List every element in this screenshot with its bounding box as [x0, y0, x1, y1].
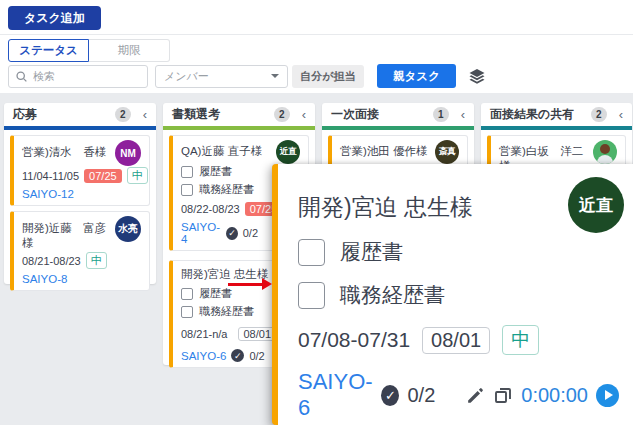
- kanban-app-window: タスク追加 ステータス 期限 メンバー 自分が担当 親タスク: [0, 0, 633, 425]
- task-id-link[interactable]: SAIYO-6: [181, 350, 226, 362]
- parent-task-button[interactable]: 親タスク: [377, 64, 456, 88]
- task-date-range: 11/04-11/05: [22, 170, 79, 182]
- column-header: 書類選考 2 ‹: [163, 103, 315, 130]
- subtask-check-icon: ✓: [381, 385, 399, 406]
- subtask-count: 0/2: [407, 384, 435, 407]
- assignee-avatar[interactable]: NM: [115, 140, 141, 166]
- search-icon: [15, 70, 28, 83]
- task-date-range: 07/08-07/31: [298, 328, 410, 352]
- time-tracker-value: 0:00:00: [521, 384, 588, 407]
- task-id-link[interactable]: SAIYO-8: [22, 273, 67, 285]
- column-collapse-icon[interactable]: ‹: [619, 108, 623, 121]
- annotation-arrow: [228, 278, 272, 290]
- due-date-box[interactable]: 08/01: [422, 327, 490, 354]
- layers-icon[interactable]: [467, 66, 487, 86]
- magnified-task-card[interactable]: 近直 開発)宮迫 忠生様 履歴書 職務経歴書 07/08-07/31 08/01…: [272, 164, 633, 425]
- task-title: 営業)清水 香様: [22, 140, 106, 160]
- play-timer-button[interactable]: [596, 384, 619, 407]
- due-date-box[interactable]: 08/01: [238, 327, 276, 341]
- checklist-checkbox[interactable]: [181, 288, 193, 300]
- column-count-badge: 1: [433, 107, 449, 122]
- tab-due-date[interactable]: 期限: [89, 39, 170, 62]
- subtask-check-icon: ✓: [226, 227, 238, 240]
- column-header: 応募 2 ‹: [4, 103, 156, 130]
- task-date-range: 08/22-08/23: [181, 203, 240, 215]
- column-collapse-icon[interactable]: ‹: [461, 108, 465, 121]
- checklist-checkbox[interactable]: [181, 306, 193, 318]
- column-title: 応募: [13, 106, 37, 123]
- assignee-avatar[interactable]: 水亮: [115, 216, 141, 242]
- column-count-badge: 2: [591, 107, 607, 122]
- arrow-shaft: [228, 283, 263, 287]
- search-box[interactable]: [8, 65, 148, 88]
- filter-row: メンバー 自分が担当 親タスク: [8, 64, 633, 88]
- column-count-badge: 2: [274, 107, 290, 122]
- member-filter-select[interactable]: メンバー: [155, 65, 288, 88]
- column-title: 面接結果の共有: [490, 106, 574, 123]
- column-collapse-icon[interactable]: ‹: [302, 108, 306, 121]
- priority-badge: 中: [502, 325, 539, 355]
- checklist-checkbox[interactable]: [298, 239, 325, 266]
- checklist-checkbox[interactable]: [181, 166, 193, 178]
- due-date-badge: 07/25: [84, 169, 122, 183]
- checklist-label: 履歴書: [340, 238, 403, 266]
- task-date-range: 08/21-08/23: [22, 255, 81, 267]
- duplicate-icon[interactable]: [493, 385, 513, 405]
- subtask-count: 0/2: [249, 350, 264, 362]
- column-header: 面接結果の共有 2 ‹: [481, 103, 632, 130]
- column-count-badge: 2: [115, 107, 131, 122]
- member-filter-placeholder: メンバー: [164, 69, 209, 84]
- view-tabs: ステータス 期限: [8, 39, 170, 62]
- assignee-avatar[interactable]: 斎真: [435, 140, 459, 164]
- checklist-label: 職務経歴書: [340, 281, 445, 309]
- checklist-checkbox[interactable]: [298, 282, 325, 309]
- task-id-link[interactable]: SAIYO-6: [298, 369, 373, 421]
- arrow-head: [262, 278, 272, 290]
- task-title: QA)近藤 直子様: [181, 140, 262, 159]
- column-title: 書類選考: [172, 106, 220, 123]
- task-id-link[interactable]: SAIYO-4: [181, 221, 221, 245]
- subtask-check-icon: ✓: [231, 349, 244, 362]
- toolbar-divider: [0, 34, 633, 35]
- column-collapse-icon[interactable]: ‹: [143, 108, 147, 121]
- checklist-label: 職務経歴書: [199, 304, 254, 319]
- task-id-link[interactable]: SAIYO-12: [22, 188, 74, 200]
- assignee-avatar[interactable]: 近直: [568, 177, 624, 233]
- add-task-button[interactable]: タスク追加: [8, 6, 101, 30]
- avatar-body: [597, 155, 613, 164]
- checklist-checkbox[interactable]: [181, 184, 193, 196]
- priority-badge: 中: [86, 252, 107, 269]
- search-input[interactable]: [33, 70, 133, 82]
- column-oubo: 応募 2 ‹ 営業)清水 香様 NM 11/04-11/05 07/25 中 S…: [4, 103, 156, 284]
- subtask-count: 0/2: [243, 227, 258, 239]
- task-card[interactable]: 営業)清水 香様 NM 11/04-11/05 07/25 中 SAIYO-12: [10, 135, 150, 206]
- task-title: 営業)池田 優作様: [340, 140, 428, 159]
- checklist-label: 履歴書: [199, 164, 232, 179]
- column-header: 一次面接 1 ‹: [322, 103, 474, 130]
- tab-status[interactable]: ステータス: [8, 39, 89, 62]
- avatar-head: [600, 144, 610, 154]
- edit-pencil-icon[interactable]: [465, 385, 486, 406]
- chevron-down-icon: [271, 74, 279, 78]
- task-card[interactable]: 開発)近藤 富彦様 水亮 08/21-08/23 中 SAIYO-8: [10, 211, 150, 291]
- assignee-photo-avatar[interactable]: [593, 140, 617, 164]
- column-title: 一次面接: [331, 106, 379, 123]
- assigned-to-me-button[interactable]: 自分が担当: [292, 65, 364, 88]
- priority-badge: 中: [127, 167, 148, 184]
- assignee-avatar[interactable]: 近直: [276, 140, 300, 164]
- task-title: 開発)近藤 富彦様: [22, 216, 115, 251]
- task-date-range: 08/21-n/a: [181, 328, 227, 340]
- checklist-label: 職務経歴書: [199, 182, 254, 197]
